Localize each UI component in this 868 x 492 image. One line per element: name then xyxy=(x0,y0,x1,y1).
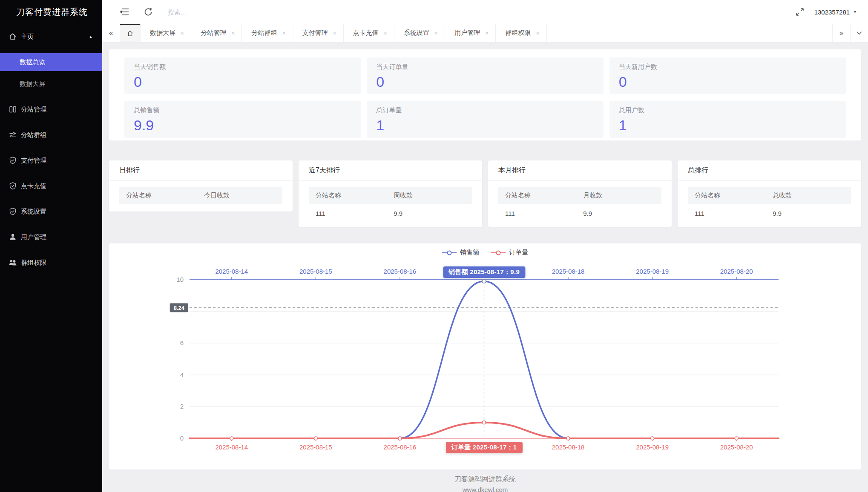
svg-text:2025-08-15: 2025-08-15 xyxy=(299,268,332,275)
sidebar-item-data-screen[interactable]: 数据大屏 xyxy=(0,75,102,93)
rank-table-header: 分站名称 月收款 xyxy=(498,187,661,204)
caret-down-icon: ▼ xyxy=(853,10,857,14)
footer-link[interactable]: www.dkewl.com xyxy=(109,486,861,492)
rank-card-month: 本月排行 分站名称 月收款 111 9.9 xyxy=(488,160,672,227)
column-header: 月收款 xyxy=(583,192,661,200)
table-cell: 111 xyxy=(309,210,394,217)
tab-item[interactable]: 点卡充值 × xyxy=(344,24,394,42)
chart-tooltip-sales: 销售额 2025-08-17：9.9 xyxy=(443,266,525,278)
tab-label: 群组权限 xyxy=(505,29,531,37)
column-header: 周收款 xyxy=(394,192,472,200)
content-area: 当天销售额 0 当天订单量 0 当天新用户数 0 总销售额 9.9 总订单量 1… xyxy=(102,43,868,492)
rank-card-total: 总排行 分站名称 总收款 111 9.9 xyxy=(678,160,861,227)
rank-table-header: 分站名称 今日收款 xyxy=(119,187,282,204)
sidebar-item-label: 用户管理 xyxy=(21,233,46,241)
tab-item[interactable]: 分站管理 × xyxy=(191,24,242,42)
sidebar-item-card-recharge[interactable]: 点卡充值 xyxy=(0,173,102,199)
close-icon[interactable]: × xyxy=(231,30,235,37)
tab-item[interactable]: 系统设置 × xyxy=(394,24,445,42)
close-icon[interactable]: × xyxy=(181,30,184,37)
stat-label: 总订单量 xyxy=(376,106,594,114)
stat-label: 当天新用户数 xyxy=(619,63,836,71)
tabs-scroll-left-button[interactable]: « xyxy=(102,24,120,42)
stat-value: 0 xyxy=(134,74,351,90)
tab-label: 分站管理 xyxy=(201,29,226,37)
close-icon[interactable]: × xyxy=(434,30,438,37)
header-right: 1302357281 ▼ xyxy=(795,7,857,17)
sidebar-item-label: 数据大屏 xyxy=(20,80,45,88)
page-footer: 刀客源码网进群系统 www.dkewl.com xyxy=(109,469,861,492)
stat-card-today-sales: 当天销售额 0 xyxy=(124,57,361,94)
user-icon xyxy=(9,233,17,241)
sliders-icon xyxy=(9,131,17,139)
stat-value: 0 xyxy=(376,74,594,90)
user-dropdown[interactable]: 1302357281 ▼ xyxy=(814,9,857,16)
sidebar-item-label: 群组权限 xyxy=(21,259,46,267)
svg-text:2025-08-18: 2025-08-18 xyxy=(552,443,585,451)
svg-text:2025-08-14: 2025-08-14 xyxy=(215,268,248,275)
legend-label: 销售额 xyxy=(460,249,479,257)
main-area: 1302357281 ▼ « 数据大屏 × 分站管理 × 分站群组 × 支付管理 xyxy=(102,0,868,492)
user-id: 1302357281 xyxy=(814,9,850,16)
tab-item[interactable]: 分站群组 × xyxy=(242,24,293,42)
svg-text:2025-08-18: 2025-08-18 xyxy=(552,268,585,275)
sidebar-item-payment-management[interactable]: 支付管理 xyxy=(0,148,102,173)
shield-check-icon xyxy=(9,182,17,190)
top-header: 1302357281 ▼ xyxy=(102,0,868,24)
shield-check-icon xyxy=(9,207,17,216)
sidebar-item-home[interactable]: 主页 ▲ xyxy=(0,24,102,49)
table-row: 111 9.9 xyxy=(309,204,472,223)
sidebar-item-site-groups[interactable]: 分站群组 xyxy=(0,122,102,148)
table-cell: 111 xyxy=(688,210,773,217)
svg-text:10: 10 xyxy=(176,276,184,283)
rank-table: 分站名称 今日收款 xyxy=(119,187,282,204)
tabs-scroll-right-button[interactable]: » xyxy=(832,24,850,42)
table-row: 111 9.9 xyxy=(498,204,661,223)
tab-label: 支付管理 xyxy=(302,29,328,37)
sidebar-item-group-permissions[interactable]: 群组权限 xyxy=(0,250,102,275)
stat-label: 总销售额 xyxy=(134,106,351,114)
sidebar-item-label: 点卡充值 xyxy=(21,182,46,190)
tab-label: 用户管理 xyxy=(454,29,480,37)
tab-bar: « 数据大屏 × 分站管理 × 分站群组 × 支付管理 × 点卡充值 × xyxy=(102,24,868,43)
close-icon[interactable]: × xyxy=(333,30,336,37)
tab-item[interactable]: 数据大屏 × xyxy=(141,24,191,42)
tab-label: 点卡充值 xyxy=(353,29,379,37)
stat-label: 当天销售额 xyxy=(134,63,351,71)
tab-item[interactable]: 群组权限 × xyxy=(496,24,546,42)
sidebar-item-data-overview[interactable]: 数据总览 xyxy=(0,53,102,71)
stat-label: 当天订单量 xyxy=(376,63,594,71)
sidebar-item-label: 主页 xyxy=(21,33,34,41)
table-row: 111 9.9 xyxy=(688,204,851,223)
sidebar-item-user-management[interactable]: 用户管理 xyxy=(0,224,102,250)
close-icon[interactable]: × xyxy=(485,30,489,37)
legend-item-orders[interactable]: 订单量 xyxy=(491,249,528,257)
stats-panel: 当天销售额 0 当天订单量 0 当天新用户数 0 总销售额 9.9 总订单量 1… xyxy=(109,49,861,140)
tab-item[interactable]: 用户管理 × xyxy=(445,24,496,42)
home-icon xyxy=(126,30,134,37)
refresh-icon[interactable] xyxy=(143,7,153,17)
rank-card-7days: 近7天排行 分站名称 周收款 111 9.9 xyxy=(299,160,482,227)
close-icon[interactable]: × xyxy=(282,30,285,37)
sidebar-item-label: 支付管理 xyxy=(21,157,46,165)
sidebar-item-system-settings[interactable]: 系统设置 xyxy=(0,199,102,224)
stat-card-total-sales: 总销售额 9.9 xyxy=(124,101,361,138)
stat-card-today-orders: 当天订单量 0 xyxy=(367,57,603,94)
columns-icon xyxy=(9,105,17,114)
chart-tooltip-orders: 订单量 2025-08-17：1 xyxy=(445,442,522,453)
rank-table: 分站名称 总收款 111 9.9 xyxy=(688,187,851,223)
close-icon[interactable]: × xyxy=(536,30,539,37)
tab-item[interactable]: 支付管理 × xyxy=(293,24,344,42)
search-input[interactable] xyxy=(168,9,347,16)
close-icon[interactable]: × xyxy=(384,30,387,37)
sidebar-item-label: 系统设置 xyxy=(21,208,46,216)
menu-fold-icon[interactable] xyxy=(119,7,129,17)
tab-home[interactable] xyxy=(120,24,141,42)
sidebar-item-site-management[interactable]: 分站管理 xyxy=(0,97,102,122)
tabs-menu-button[interactable] xyxy=(850,24,868,42)
legend-item-sales[interactable]: 销售额 xyxy=(442,249,479,257)
fullscreen-icon[interactable] xyxy=(795,7,805,17)
chart-legend: 销售额 订单量 xyxy=(109,249,861,257)
sales-orders-chart-card: 销售额 订单量 0246102025-08-142025-08-142025-0… xyxy=(109,243,861,469)
rank-table-header: 分站名称 周收款 xyxy=(309,187,472,204)
